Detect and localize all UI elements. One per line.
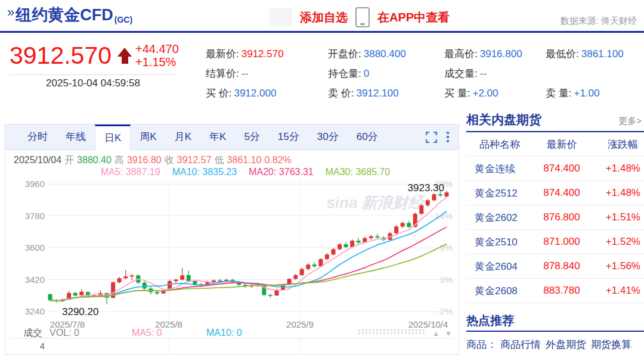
related-futures-header: 相关内盘期货 更多>: [466, 111, 644, 130]
ohlc-part: 3880.40: [77, 155, 112, 165]
tab-周K[interactable]: 周K: [131, 124, 165, 150]
svg-text:3240: 3240: [25, 306, 45, 316]
ohlc-part: 低: [215, 155, 224, 165]
quote-field: 卖 量:+1.00: [546, 86, 644, 100]
contract-name: 黄金2604: [466, 260, 532, 273]
contract-change: +1.48%: [592, 187, 644, 199]
ohlc-part: 收: [165, 155, 174, 165]
tab-list: 分时年线日K周K月K年K5分15分30分60分: [18, 124, 387, 150]
svg-text:3600: 3600: [25, 242, 45, 253]
tab-15分[interactable]: 15分: [269, 124, 308, 150]
contract-price: 874.400: [532, 187, 592, 199]
tab-30分[interactable]: 30分: [308, 124, 348, 150]
price-line: 3912.570 +44.470 +1.15%: [10, 42, 182, 69]
header-actions: 添加自选 在APP中查看: [270, 7, 450, 27]
contract-price: 878.840: [532, 260, 592, 272]
svg-text:2025/9: 2025/9: [286, 319, 314, 329]
table-row[interactable]: 黄金连续874.400+1.48%: [466, 157, 644, 181]
contract-change: +1.48%: [592, 163, 644, 175]
table-row[interactable]: 黄金2512874.400+1.48%: [466, 181, 644, 205]
quote-field: 持仓量:0: [328, 67, 444, 80]
tab-年线[interactable]: 年线: [57, 124, 95, 150]
hot-link-外盘期货[interactable]: 外盘期货: [546, 339, 586, 350]
column-header: 最新价: [532, 138, 592, 151]
quote-field: 买 价:3912.000: [206, 86, 328, 100]
svg-text:3923.30: 3923.30: [408, 182, 444, 194]
quote-field: 最低价:3861.100: [546, 47, 644, 61]
add-watchlist-button[interactable]: 添加自选: [300, 10, 348, 26]
change-column: +44.470 +1.15%: [135, 42, 179, 68]
contract-price: 876.800: [532, 211, 592, 223]
contract-change: +1.41%: [592, 285, 644, 297]
table-row[interactable]: 黄金2602876.800+1.51%: [466, 205, 644, 230]
more-link[interactable]: 更多>: [618, 116, 642, 127]
quote-field-label: 最高价:: [444, 48, 478, 60]
tab-60分[interactable]: 60分: [348, 124, 387, 150]
quote-field: 最高价:3916.800: [444, 47, 546, 61]
ohlc-part: 3861.10: [227, 155, 262, 165]
svg-text:成交: 成交: [23, 328, 42, 338]
quote-field: 开盘价:3880.400: [328, 47, 444, 61]
more-menu-icon[interactable]: [447, 132, 449, 142]
ohlc-part: 3916.80: [127, 155, 162, 165]
quote-field-label: 最新价:: [206, 48, 239, 60]
svg-text:MA5: 0: MA5: 0: [132, 328, 162, 338]
svg-text:3420: 3420: [25, 275, 45, 285]
quote-field-value: 3861.100: [581, 48, 624, 60]
table-row[interactable]: 黄金2608883.780+1.41%: [466, 279, 644, 303]
tab-月K[interactable]: 月K: [166, 124, 200, 150]
page: » 纽约黄金CFD (GC) 添加自选 在APP中查看 数据来源: 倚天财经 3…: [0, 0, 644, 355]
quote-field: 卖 价:3912.100: [328, 86, 444, 100]
contract-name: 黄金2602: [466, 211, 532, 225]
quote-field-value: --: [480, 68, 487, 79]
quote-field-label: 卖 量:: [546, 88, 571, 99]
kline-chart[interactable]: 3960378036003420324020%14%9%3%-2%sina 新浪…: [5, 179, 459, 355]
ohlc-part: 3912.57: [177, 155, 212, 165]
hot-link-商品行情[interactable]: 商品行情: [500, 339, 541, 350]
contract-name: 黄金2510: [466, 235, 532, 249]
svg-text:3%: 3%: [439, 275, 453, 285]
contract-name: 黄金2608: [466, 284, 532, 298]
contract-name: 黄金2512: [466, 186, 532, 200]
quote-field-value: 0: [364, 68, 369, 79]
chart-tabbar: 分时年线日K周K月K年K5分15分30分60分: [5, 124, 459, 150]
quote-field-label: 卖 价:: [328, 88, 354, 99]
phone-icon: [355, 7, 370, 27]
svg-text:▲: ▲: [432, 329, 439, 338]
tab-5分[interactable]: 5分: [235, 124, 268, 150]
ma-part: MA10: 3835.23: [172, 167, 237, 177]
svg-text:VOL: 0: VOL: 0: [49, 328, 79, 338]
quote-field: 成交量:--: [444, 67, 546, 80]
table-header-row: 品种名称最新价涨跌幅: [466, 132, 644, 157]
ma-part: MA20: 3763.31: [249, 167, 314, 177]
hot-header: 热点推荐: [466, 312, 644, 329]
title-wrap: » 纽约黄金CFD (GC): [7, 5, 132, 25]
chart-panel: 分时年线日K周K月K年K5分15分30分60分 2025/10/04开3880.…: [5, 124, 459, 355]
market-icon: »: [7, 6, 14, 19]
ma-info: MA5: 3887.19MA10: 3835.23MA20: 3763.31MA…: [101, 167, 402, 178]
tab-分时[interactable]: 分时: [18, 124, 57, 150]
quote-field-label: 开盘价:: [328, 48, 361, 60]
hot-category-label: 商品：: [466, 339, 497, 350]
data-source: 数据来源: 倚天财经: [561, 15, 637, 27]
ohlc-part: 高: [114, 155, 124, 165]
table-row[interactable]: 黄金2510871.000+1.52%: [466, 230, 644, 254]
watchlist-star-icon[interactable]: [270, 8, 292, 26]
ohlc-part: 0.82%: [264, 155, 291, 165]
tab-年K[interactable]: 年K: [200, 124, 235, 150]
fullscreen-icon[interactable]: [426, 132, 437, 143]
quote-field-value: +1.00: [574, 88, 599, 99]
table-row[interactable]: 黄金2604878.840+1.56%: [466, 254, 644, 279]
ohlc-info: 2025/10/04开3880.40高3916.80收3912.57低3861.…: [14, 154, 295, 167]
view-in-app-button[interactable]: 在APP中查看: [377, 10, 450, 26]
tab-日K[interactable]: 日K: [95, 124, 131, 150]
column-header: 涨跌幅: [592, 138, 644, 151]
hot-rule: [466, 331, 644, 332]
hot-link-期货换算[interactable]: 期货换算: [591, 339, 631, 350]
svg-text:-2%: -2%: [436, 306, 453, 316]
quote-field-label: 买 量:: [444, 88, 470, 99]
ma-part: MA5: 3887.19: [101, 167, 160, 177]
table-body: 黄金连续874.400+1.48%黄金2512874.400+1.48%黄金26…: [466, 157, 644, 303]
quote-field-label: 最低价:: [546, 48, 579, 60]
tab-icons: [426, 124, 449, 150]
